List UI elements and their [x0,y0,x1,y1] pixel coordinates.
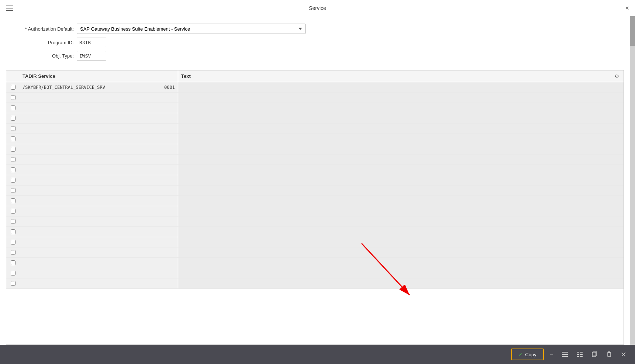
tadir-cell [20,165,178,175]
row-checkbox[interactable] [6,198,20,203]
tadir-cell [20,206,178,216]
svg-rect-7 [577,356,579,357]
row-checkbox[interactable] [6,167,20,172]
table-row [6,113,624,124]
text-cell [178,258,624,268]
tadir-cell [20,227,178,237]
tadir-cell [20,237,178,247]
service-table: TADIR Service Text ⚙ /SKYBFR/BOT_CENTRAL… [6,70,624,345]
title-bar: Service × [0,0,635,16]
tadir-cell [20,93,178,103]
table-row [6,258,624,268]
program-id-value: R3TR [77,38,106,47]
table-row [6,278,624,289]
tadir-cell [20,216,178,226]
minus-button[interactable]: − [547,350,556,359]
tadir-cell [20,103,178,113]
table-row [6,103,624,113]
copy-button[interactable]: ✓ Copy [511,349,543,360]
text-column-header: Text [178,73,610,79]
svg-rect-3 [577,352,579,353]
tadir-cell [20,278,178,288]
tadir-cell [20,268,178,278]
text-cell [178,82,624,92]
close2-button[interactable] [618,350,629,358]
row-checkbox[interactable] [6,126,20,131]
row-checkbox[interactable] [6,260,20,265]
table-row [6,237,624,247]
authorization-label: * Authorization Default: [7,26,74,32]
row-checkbox[interactable] [6,136,20,141]
program-id-label: Program ID: [7,40,74,45]
tadir-cell [20,124,178,134]
row-checkbox[interactable] [6,188,20,193]
text-cell [178,165,624,175]
row-checkbox[interactable] [6,116,20,121]
row-checkbox[interactable] [6,240,20,245]
scrollbar[interactable] [630,16,635,345]
obj-type-label: Obj. Type: [7,53,74,59]
tadir-cell: /SKYBFR/BOT_CENTRAL_SERVICE_SRV0001 [20,82,178,92]
form-area: * Authorization Default: SAP Gateway Bus… [0,16,630,70]
text-cell [178,124,624,134]
tadir-cell [20,134,178,144]
table-row [6,144,624,155]
tadir-cell [20,113,178,123]
text-cell [178,206,624,216]
text-cell [178,103,624,113]
row-checkbox[interactable] [6,229,20,234]
main-content: * Authorization Default: SAP Gateway Bus… [0,16,630,345]
copy2-button[interactable] [589,350,600,359]
table-row [6,247,624,258]
tadir-cell [20,144,178,154]
tadir-cell [20,155,178,164]
table-row [6,227,624,237]
tadir-cell [20,247,178,257]
row-checkbox[interactable] [6,219,20,224]
table-row [6,93,624,103]
text-cell [178,227,624,237]
svg-rect-5 [577,354,579,355]
svg-rect-0 [562,352,568,353]
row-checkbox[interactable] [6,209,20,214]
authorization-row: * Authorization Default: SAP Gateway Bus… [0,24,630,34]
svg-rect-8 [580,356,583,357]
table-header: TADIR Service Text ⚙ [6,70,624,82]
row-checkbox[interactable] [6,271,20,275]
table-row [6,165,624,175]
text-cell [178,216,624,226]
text-cell [178,247,624,257]
paste-button[interactable] [603,350,615,359]
text-cell [178,278,624,288]
text-cell [178,155,624,164]
row-checkbox[interactable] [6,95,20,100]
list-button[interactable] [559,350,571,358]
obj-type-value: IWSV [77,51,106,60]
text-cell [178,268,624,278]
svg-rect-1 [562,354,568,355]
text-cell [178,93,624,103]
copy-check-icon: ✓ [518,351,523,357]
table-row [6,175,624,186]
row-checkbox[interactable] [6,281,20,286]
scrollbar-thumb[interactable] [630,16,635,46]
list2-button[interactable] [574,350,586,358]
tadir-cell [20,186,178,195]
text-cell [178,144,624,154]
row-checkbox[interactable] [6,178,20,183]
close-button[interactable]: × [625,5,629,11]
table-body: /SKYBFR/BOT_CENTRAL_SERVICE_SRV0001 [6,82,624,344]
program-id-row: Program ID: R3TR [0,38,630,47]
row-checkbox[interactable] [6,147,20,152]
svg-rect-2 [562,356,568,357]
authorization-select[interactable]: SAP Gateway Business Suite Enablement - … [77,24,306,34]
settings-icon[interactable]: ⚙ [610,73,624,79]
row-checkbox[interactable] [6,157,20,162]
row-checkbox[interactable] [6,105,20,110]
hamburger-menu[interactable] [6,6,13,11]
tadir-cell [20,175,178,185]
row-checkbox[interactable] [6,250,20,255]
table-row [6,216,624,227]
table-row [6,268,624,278]
row-checkbox[interactable] [6,85,20,90]
